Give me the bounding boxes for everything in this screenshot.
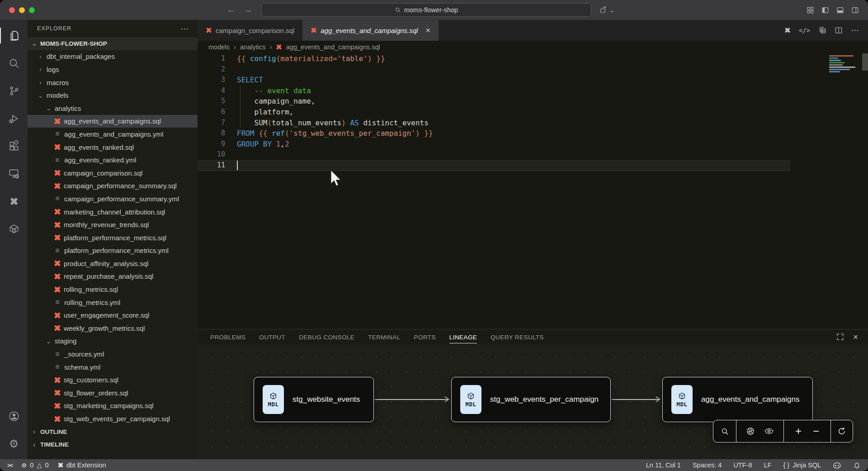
explorer-item-models[interactable]: ⌄models xyxy=(28,89,198,102)
language-mode-status[interactable]: { } Jinja SQL xyxy=(783,461,821,469)
explorer-item-campaign-comparison-sql[interactable]: campaign_comparison.sql xyxy=(28,167,198,180)
zoom-window-button[interactable] xyxy=(29,7,35,13)
explorer-item-weekly-growth-metrics-sql[interactable]: weekly_growth_metrics.sql xyxy=(28,322,198,335)
close-tab-icon[interactable]: × xyxy=(425,26,430,34)
lineage-node-agg-events-and-campaigns[interactable]: MDL agg_events_and_campaigns xyxy=(662,377,813,422)
explorer-item-rolling-metrics-sql[interactable]: rolling_metrics.sql xyxy=(28,283,198,296)
accounts-icon[interactable] xyxy=(0,402,28,430)
explorer-item-macros[interactable]: ›macros xyxy=(28,76,198,89)
chevron-right-icon: › xyxy=(38,53,43,60)
breadcrumb-item[interactable]: analytics xyxy=(240,43,265,51)
explorer-item-stg-marketing-campaigns-sql[interactable]: stg_marketing_campaigns.sql xyxy=(28,400,198,413)
explorer-item-product-affinity-analysis-sql[interactable]: product_affinity_analysis.sql xyxy=(28,257,198,270)
explorer-item-agg-events-and-campaigns-yml[interactable]: ≡agg_events_and_campaigns.yml xyxy=(28,128,198,141)
lineage-search-button[interactable] xyxy=(713,420,736,442)
query-results-icon[interactable] xyxy=(818,26,826,34)
encoding-status[interactable]: UTF-8 xyxy=(733,461,752,469)
explorer-item-sources-yml[interactable]: ≡_sources.yml xyxy=(28,347,198,361)
explorer-item-stg-customers-sql[interactable]: stg_customers.sql xyxy=(28,373,198,386)
remote-indicator-icon[interactable]: >< xyxy=(7,462,12,469)
explorer-item-analytics[interactable]: ⌄analytics xyxy=(28,102,198,115)
activity-source-control-icon[interactable] xyxy=(0,77,28,105)
split-editor-icon[interactable] xyxy=(835,26,843,34)
explorer-item-stg-flower-orders-sql[interactable]: stg_flower_orders.sql xyxy=(28,386,198,400)
tab-campaign-comparison[interactable]: campaign_comparison.sql xyxy=(198,20,302,41)
history-forward-icon[interactable]: → xyxy=(244,5,252,15)
copilot-icon[interactable] xyxy=(833,462,841,469)
code-editor[interactable]: 1{{ config(materialized='table') }}23SEL… xyxy=(198,53,868,329)
explorer-item-stg-web-events-per-campaign-sql[interactable]: stg_web_events_per_campaign.sql xyxy=(28,412,198,425)
dbt-action-icon[interactable] xyxy=(785,28,791,33)
activity-containers-icon[interactable] xyxy=(0,215,28,243)
activity-extensions-icon[interactable] xyxy=(0,132,28,160)
customize-layout-icon[interactable] xyxy=(807,6,814,14)
tab-agg-events-and-campaigns[interactable]: agg_events_and_campaigns.sql × xyxy=(302,20,439,41)
toggle-panel-icon[interactable] xyxy=(836,6,844,14)
explorer-item-dbt-internal-packages[interactable]: ›dbt_internal_packages xyxy=(28,50,198,63)
lineage-canvas[interactable]: MDL stg_website_events MDL stg_web_event… xyxy=(198,344,868,459)
activity-dbt-icon[interactable] xyxy=(0,187,28,215)
explorer-item-platform-performance-metrics-sql[interactable]: platform_performance_metrics.sql xyxy=(28,231,198,244)
dbt-extension-status[interactable]: dbt Extension xyxy=(58,461,106,469)
code-line-9: 9GROUP BY 1,2 xyxy=(198,139,868,150)
explorer-item-campaign-performance-summary-sql[interactable]: campaign_performance_summary.sql xyxy=(28,180,198,193)
panel-tab-lineage[interactable]: LINEAGE xyxy=(449,331,477,343)
close-window-button[interactable] xyxy=(9,7,15,13)
activity-run-debug-icon[interactable] xyxy=(0,105,28,132)
lineage-visibility-button[interactable] xyxy=(764,426,774,436)
toggle-secondary-sidebar-icon[interactable] xyxy=(851,6,859,14)
maximize-panel-icon[interactable] xyxy=(836,333,844,341)
timeline-section[interactable]: › TIMELINE xyxy=(28,438,198,451)
explorer-item-repeat-purchase-analysis-sql[interactable]: repeat_purchase_analysis.sql xyxy=(28,270,198,283)
warning-icon: △ xyxy=(37,461,42,469)
explorer-item-schema-yml[interactable]: ≡schema.yml xyxy=(28,361,198,374)
minimap[interactable] xyxy=(829,55,858,73)
close-panel-icon[interactable]: × xyxy=(853,333,858,341)
explorer-item-agg-events-and-campaigns-sql[interactable]: agg_events_and_campaigns.sql xyxy=(28,115,198,128)
panel-tab-output[interactable]: OUTPUT xyxy=(259,331,285,343)
indentation-status[interactable]: Spaces: 4 xyxy=(693,461,722,469)
minimize-window-button[interactable] xyxy=(19,7,25,13)
explorer-item-marketing-channel-attribution-sql[interactable]: marketing_channel_attribution.sql xyxy=(28,205,198,219)
breadcrumb-item[interactable]: models xyxy=(208,43,230,51)
history-back-icon[interactable]: ← xyxy=(227,5,236,15)
eol-status[interactable]: LF xyxy=(764,461,771,469)
explorer-item-monthly-revenue-trends-sql[interactable]: monthly_revenue_trends.sql xyxy=(28,218,198,231)
panel-tab-debug-console[interactable]: DEBUG CONSOLE xyxy=(299,331,354,343)
settings-gear-icon[interactable]: ⚙ xyxy=(0,430,28,457)
more-actions-icon[interactable]: ⋯ xyxy=(851,25,859,35)
explorer-item-agg-events-ranked-sql[interactable]: agg_events_ranked.sql xyxy=(28,141,198,154)
cursor-position-status[interactable]: Ln 11, Col 1 xyxy=(646,461,681,469)
activity-search-icon[interactable] xyxy=(0,49,28,77)
activity-explorer-icon[interactable] xyxy=(0,22,28,49)
open-editors-switcher[interactable]: ⌄ xyxy=(599,6,614,14)
panel-tab-terminal[interactable]: TERMINAL xyxy=(368,331,400,343)
lineage-node-stg-web-events-per-campaign[interactable]: MDL stg_web_events_per_campaign xyxy=(451,377,611,422)
zoom-out-button[interactable]: − xyxy=(813,426,819,437)
explorer-item-staging[interactable]: ⌄staging xyxy=(28,335,198,348)
explorer-item-agg-events-ranked-yml[interactable]: ≡agg_events_ranked.yml xyxy=(28,153,198,167)
command-center-search[interactable]: moms-flower-shop xyxy=(261,3,591,17)
editor-scrollbar[interactable] xyxy=(862,53,868,71)
lineage-node-stg-website-events[interactable]: MDL stg_website_events xyxy=(254,377,374,422)
toggle-primary-sidebar-icon[interactable] xyxy=(821,6,829,14)
explorer-item-campaign-performance-summary-yml[interactable]: ≡campaign_performance_summary.yml xyxy=(28,192,198,205)
explorer-project-root[interactable]: ⌄ MOMS-FLOWER-SHOP xyxy=(28,37,198,50)
panel-tab-problems[interactable]: PROBLEMS xyxy=(210,331,245,343)
lineage-refresh-button[interactable] xyxy=(830,420,853,442)
explorer-item-logs[interactable]: ›logs xyxy=(28,63,198,76)
panel-tab-query-results[interactable]: QUERY RESULTS xyxy=(491,331,544,343)
explorer-more-actions-icon[interactable]: ⋯ xyxy=(180,24,189,34)
explorer-item-rolling-metrics-yml[interactable]: ≡rolling_metrics.yml xyxy=(28,296,198,309)
zoom-in-button[interactable]: + xyxy=(795,426,802,437)
problems-status[interactable]: ⊗ 0 △ 0 xyxy=(21,461,48,469)
lineage-aperture-button[interactable] xyxy=(746,427,755,436)
outline-section[interactable]: › OUTLINE xyxy=(28,425,198,438)
breadcrumb-item[interactable]: agg_events_and_campaigns.sql xyxy=(286,43,380,51)
notifications-bell-icon[interactable] xyxy=(853,461,861,469)
activity-remote-explorer-icon[interactable] xyxy=(0,160,28,187)
panel-tab-ports[interactable]: PORTS xyxy=(414,331,436,343)
explorer-item-user-engagement-score-sql[interactable]: user_engagement_score.sql xyxy=(28,309,198,322)
open-preview-icon[interactable]: </> xyxy=(799,27,810,34)
explorer-item-platform-performance-metrics-yml[interactable]: ≡platform_performance_metrics.yml xyxy=(28,244,198,257)
